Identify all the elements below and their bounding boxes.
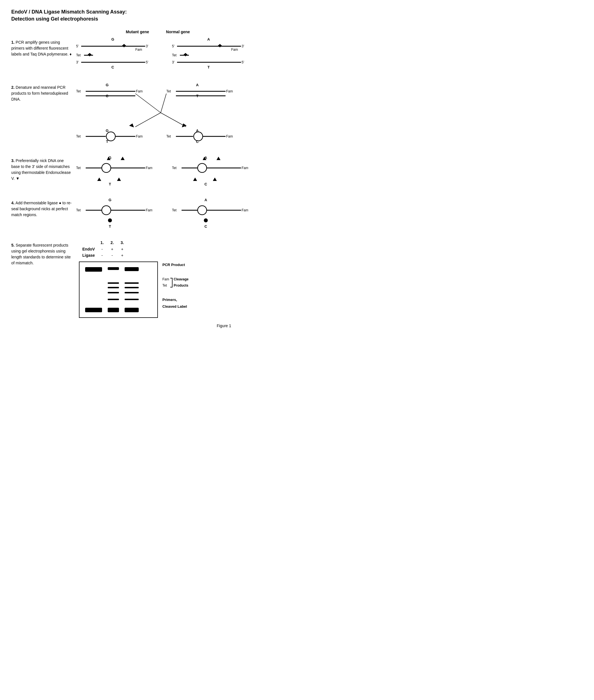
- step-4-diagram: G Tet Fam T A Tet Fam C: [73, 197, 248, 228]
- svg-text:T: T: [109, 182, 111, 186]
- svg-text:Fam: Fam: [146, 166, 152, 170]
- svg-text:C: C: [204, 182, 207, 186]
- svg-marker-8: [88, 53, 92, 56]
- svg-text:Tet: Tet: [76, 166, 81, 170]
- svg-text:5': 5': [146, 60, 148, 64]
- svg-text:G: G: [106, 83, 108, 87]
- svg-text:C: C: [204, 224, 207, 228]
- normal-step1-svg: A 5' 3' Fam Tet 3' 5' T: [169, 37, 248, 70]
- step2-combined-svg: G Tet Fam C A Tet Fam T G Tet: [73, 82, 248, 144]
- svg-line-41: [161, 113, 186, 127]
- svg-text:Fam: Fam: [136, 134, 143, 138]
- svg-text:5': 5': [172, 44, 174, 48]
- svg-text:C: C: [196, 139, 199, 144]
- svg-point-94: [204, 218, 208, 222]
- svg-text:Fam: Fam: [241, 208, 248, 212]
- svg-marker-17: [218, 44, 222, 47]
- svg-marker-78: [213, 178, 217, 181]
- svg-text:Tet: Tet: [166, 89, 171, 93]
- step-2-section: 2. Denature and reanneal PCR products to…: [11, 82, 242, 144]
- step-2-text: 2. Denature and reanneal PCR products to…: [11, 82, 73, 102]
- svg-text:G: G: [111, 37, 114, 41]
- figure-caption: Figure 1: [217, 323, 231, 328]
- svg-text:3': 3': [241, 44, 244, 48]
- svg-marker-21: [184, 53, 188, 56]
- normal-gene-label: Normal gene: [166, 30, 190, 34]
- svg-text:Tet: Tet: [172, 53, 177, 57]
- svg-text:3': 3': [146, 44, 148, 48]
- svg-line-40: [135, 113, 161, 127]
- step-3-text: 3. Preferentially nick DNA one base to t…: [11, 155, 73, 181]
- svg-marker-71: [217, 157, 221, 160]
- svg-text:Tet: Tet: [76, 208, 81, 212]
- step-4-section: 4. Add thermostable ligase ● to re-seal …: [11, 197, 242, 228]
- svg-text:T: T: [106, 139, 108, 144]
- svg-text:A: A: [207, 37, 210, 41]
- svg-point-86: [108, 218, 112, 222]
- svg-text:Fam: Fam: [226, 134, 233, 138]
- gel-image: [79, 261, 158, 318]
- svg-marker-42: [129, 124, 134, 127]
- svg-text:Fam: Fam: [136, 89, 143, 93]
- svg-point-63: [102, 164, 111, 172]
- svg-text:Fam: Fam: [231, 48, 238, 51]
- mutant-gene-label: Mutant gene: [126, 30, 149, 34]
- step-1-text: 1. PCR amplify genes using primers with …: [11, 37, 73, 57]
- step-3-diagram: G Tet Fam T A Tet: [73, 155, 248, 186]
- step-1-diagram: G 5' 3' Fam Tet 3' 5' C: [73, 37, 248, 70]
- step-3-section: 3. Preferentially nick DNA one base to t…: [11, 155, 242, 186]
- step-5-diagram: 1. 2. 3. EndoV - + + Ligase - - +: [73, 240, 242, 318]
- svg-text:A: A: [196, 83, 199, 87]
- svg-text:Tet: Tet: [76, 89, 81, 93]
- svg-text:Fam: Fam: [226, 89, 233, 93]
- svg-text:Tet: Tet: [172, 208, 177, 212]
- svg-line-38: [135, 94, 161, 113]
- svg-marker-67: [117, 178, 121, 181]
- svg-text:T: T: [109, 224, 111, 228]
- step-5-section: 5. Separate fluorescent products using g…: [11, 240, 242, 318]
- svg-text:5': 5': [76, 44, 79, 48]
- svg-text:3': 3': [76, 60, 79, 64]
- svg-text:Tet: Tet: [76, 53, 81, 57]
- svg-point-74: [198, 164, 207, 172]
- normal-step3-svg: A Tet Fam C: [169, 155, 248, 186]
- mutant-step3-svg: G Tet Fam T: [73, 155, 152, 186]
- step-5-text: 5. Separate fluorescent products using g…: [11, 240, 73, 266]
- svg-marker-4: [122, 44, 126, 47]
- svg-point-83: [102, 206, 111, 215]
- svg-text:A: A: [204, 198, 207, 202]
- endo-ligase-table: 1. 2. 3. EndoV - + + Ligase - - +: [79, 240, 127, 258]
- svg-text:Tet: Tet: [172, 166, 177, 170]
- svg-line-39: [161, 94, 166, 113]
- svg-marker-60: [121, 157, 125, 160]
- svg-marker-66: [97, 178, 101, 181]
- svg-marker-77: [193, 178, 197, 181]
- svg-text:Tet: Tet: [166, 134, 171, 138]
- gel-legend: PCR Product Fam Tet Cleavage Products Pr…: [162, 261, 189, 310]
- mutant-step1-svg: G 5' 3' Fam Tet 3' 5' C: [73, 37, 152, 70]
- mutant-step4-svg: G Tet Fam T: [73, 197, 152, 228]
- normal-step4-svg: A Tet Fam C: [169, 197, 248, 228]
- svg-text:3': 3': [172, 60, 174, 64]
- svg-text:T: T: [207, 65, 210, 69]
- svg-text:Tet: Tet: [76, 134, 81, 138]
- svg-text:G: G: [106, 129, 108, 133]
- step-2-diagram: G Tet Fam C A Tet Fam T G Tet: [73, 82, 248, 144]
- svg-text:C: C: [111, 65, 114, 69]
- gel-area: PCR Product Fam Tet Cleavage Products Pr…: [79, 261, 189, 318]
- step-4-text: 4. Add thermostable ligase ● to re-seal …: [11, 197, 73, 218]
- svg-text:Fam: Fam: [241, 166, 248, 170]
- svg-text:5': 5': [241, 60, 244, 64]
- svg-text:Fam: Fam: [146, 208, 152, 212]
- svg-point-91: [198, 206, 207, 215]
- page-title: EndoV / DNA Ligase Mismatch Scanning Ass…: [11, 8, 242, 23]
- svg-text:G: G: [108, 198, 111, 202]
- step-1-section: 1. PCR amplify genes using primers with …: [11, 37, 242, 70]
- svg-text:Fam: Fam: [135, 48, 142, 51]
